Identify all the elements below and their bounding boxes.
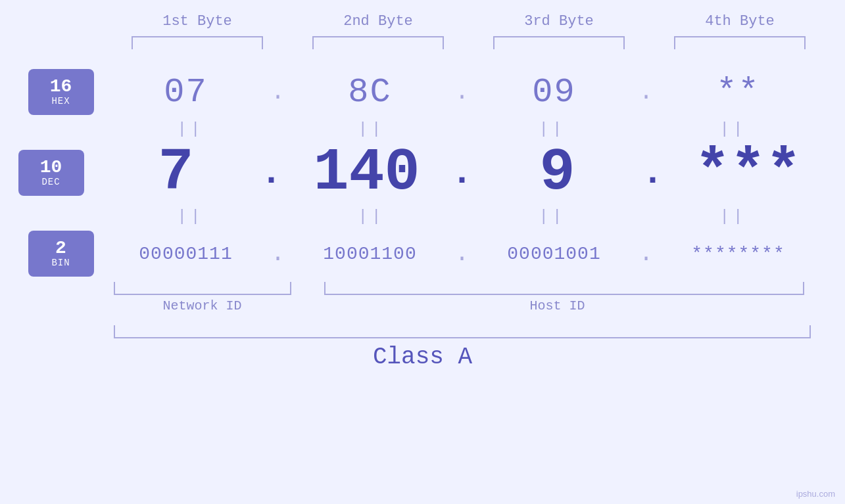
byte-headers: 1st Byte 2nd Byte 3rd Byte 4th Byte	[107, 13, 831, 30]
bin-byte2: 10001100	[291, 244, 449, 264]
bin-dot3: .	[633, 241, 660, 267]
bin-byte4: ********	[660, 244, 817, 264]
dec-base-number: 10	[40, 158, 62, 177]
id-labels: Network ID Host ID	[101, 298, 824, 313]
byte3-header: 3rd Byte	[487, 13, 631, 30]
hex-byte1: 07	[107, 73, 265, 112]
byte3-top-bracket	[493, 36, 625, 49]
bin-values: 00000111 . 10001100 . 00001001 . *******…	[107, 241, 817, 267]
dec-dot2: .	[449, 152, 475, 194]
bin-base-text: BIN	[51, 258, 70, 268]
bin-byte1: 00000111	[107, 244, 265, 264]
hex-dot3: .	[633, 79, 660, 106]
hex-base-text: HEX	[51, 96, 70, 106]
hex-byte3: 09	[475, 73, 633, 112]
byte1-header: 1st Byte	[125, 13, 270, 30]
hex-label: 16 HEX	[28, 69, 94, 115]
equals5: ||	[118, 208, 263, 225]
equals3: ||	[480, 120, 625, 138]
bin-base-number: 2	[55, 239, 66, 258]
dec-dot1: .	[258, 152, 285, 194]
dec-byte1: 7	[97, 143, 255, 202]
byte1-top-bracket	[132, 36, 263, 49]
dec-byte3: 9	[479, 143, 637, 202]
host-id-label: Host ID	[304, 298, 811, 313]
top-brackets	[107, 36, 831, 49]
equals2: ||	[299, 120, 444, 138]
class-bracket-container	[101, 325, 824, 338]
host-id-bracket	[324, 282, 804, 295]
hex-byte2: 8C	[291, 73, 449, 112]
equals8: ||	[661, 208, 806, 225]
byte4-header: 4th Byte	[667, 13, 812, 30]
dec-byte2: 140	[288, 143, 446, 202]
byte2-top-bracket	[312, 36, 444, 49]
dec-byte4: ***	[669, 143, 827, 202]
bin-dot1: .	[265, 241, 291, 267]
bin-row: 2 BIN 00000111 . 10001100 . 00001001 . *…	[28, 231, 817, 277]
hex-values: 07 . 8C . 09 . **	[107, 73, 817, 112]
byte2-header: 2nd Byte	[306, 13, 450, 30]
hex-dot1: .	[265, 79, 291, 106]
watermark: ipshu.com	[796, 489, 835, 499]
equals7: ||	[480, 208, 625, 225]
bin-dot2: .	[449, 241, 475, 267]
dec-row: 10 DEC 7 . 140 . 9 . ***	[18, 143, 827, 202]
equals1: ||	[118, 120, 263, 138]
dec-dot3: .	[640, 152, 666, 194]
hex-base-number: 16	[50, 78, 72, 96]
bin-byte3: 00001001	[475, 244, 633, 264]
bin-label: 2 BIN	[28, 231, 94, 277]
equals-row-2: || || || ||	[101, 202, 824, 231]
class-label: Class A	[0, 344, 845, 371]
class-bracket	[114, 325, 811, 338]
byte4-top-bracket	[674, 36, 806, 49]
hex-row: 16 HEX 07 . 8C . 09 . **	[28, 69, 817, 115]
hex-dot2: .	[449, 79, 475, 106]
main-container: 1st Byte 2nd Byte 3rd Byte 4th Byte 16 H…	[0, 0, 845, 504]
dec-base-text: DEC	[41, 177, 60, 187]
dec-label: 10 DEC	[18, 150, 84, 196]
dec-values: 7 . 140 . 9 . ***	[97, 143, 827, 202]
network-id-label: Network ID	[101, 298, 304, 313]
equals6: ||	[299, 208, 444, 225]
network-id-bracket	[114, 282, 291, 295]
equals4: ||	[661, 120, 806, 138]
bottom-brackets	[101, 282, 824, 295]
hex-byte4: **	[660, 73, 817, 112]
